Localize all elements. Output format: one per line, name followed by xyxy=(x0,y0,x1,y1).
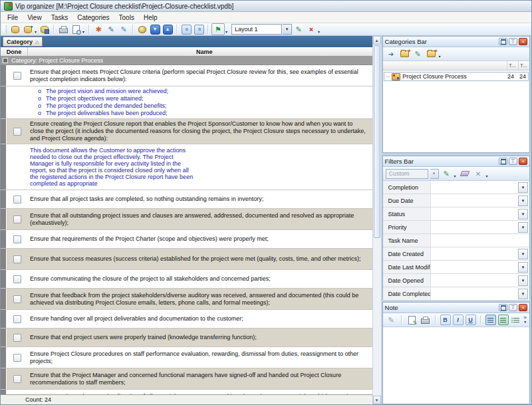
new-note-page-button[interactable] xyxy=(406,315,418,325)
filter-value-field[interactable] xyxy=(431,287,518,300)
italic-button[interactable]: I xyxy=(453,315,464,325)
duplicate-task-button[interactable]: ✎ xyxy=(118,24,130,35)
close-panel-button[interactable]: × xyxy=(519,38,527,45)
print-overflow-caret[interactable]: ▾ xyxy=(82,29,84,34)
filter-value-field[interactable] xyxy=(431,181,518,194)
open-database-button[interactable] xyxy=(22,24,34,35)
go-button[interactable]: ⚑ xyxy=(211,23,225,35)
save-filter-button[interactable]: ✎ xyxy=(441,168,452,179)
close-panel-button[interactable]: × xyxy=(519,304,527,311)
move-down-button[interactable]: ▾ xyxy=(149,24,161,35)
print-button[interactable] xyxy=(57,24,69,35)
filter-dropdown-button[interactable]: ▼ xyxy=(518,196,528,206)
done-checkbox[interactable] xyxy=(13,334,21,342)
done-checkbox[interactable] xyxy=(13,315,21,323)
filter-dropdown-button[interactable]: ▼ xyxy=(518,262,528,273)
done-checkbox[interactable] xyxy=(13,215,21,223)
done-checkbox[interactable] xyxy=(13,295,21,303)
done-checkbox[interactable] xyxy=(13,275,21,283)
filter-dropdown-button[interactable]: ▼ xyxy=(518,222,528,233)
menu-tools[interactable]: Tools xyxy=(114,13,139,22)
task-row[interactable]: Ensure that success measures (success cr… xyxy=(1,249,372,270)
underline-button[interactable]: U xyxy=(466,315,476,325)
task-row[interactable]: Ensure reporting, release and redirectin… xyxy=(1,390,372,394)
task-row[interactable]: Ensure creating the Project Closure repo… xyxy=(1,119,372,144)
toolbar-grip[interactable] xyxy=(3,25,7,33)
delete-filter-button[interactable]: ✕ xyxy=(473,168,484,179)
task-row[interactable]: Ensure Project Closure procedures on sta… xyxy=(1,347,372,368)
menu-file[interactable]: File xyxy=(3,13,23,22)
filter-dropdown-button[interactable]: ▼ xyxy=(518,182,528,193)
edit-note-button[interactable]: ✎ xyxy=(386,315,397,325)
open-database-dropdown-caret[interactable]: ▾ xyxy=(35,29,37,34)
menu-categories[interactable]: Categories xyxy=(72,13,114,22)
scrollbar-thumb[interactable] xyxy=(374,45,380,238)
float-panel-button[interactable] xyxy=(499,158,507,165)
task-row[interactable]: Ensure that feedback from the project st… xyxy=(1,289,372,310)
filter-value-field[interactable] xyxy=(431,274,518,287)
layout-combobox-caret[interactable]: ▼ xyxy=(283,24,292,35)
delete-layout-button[interactable]: × xyxy=(305,24,317,35)
task-row[interactable]: Ensure that end project users were prope… xyxy=(1,329,372,347)
layout-combobox[interactable]: Layout 1 xyxy=(231,24,282,35)
float-panel-button[interactable] xyxy=(499,38,507,45)
scroll-down-arrow[interactable]: ▼ xyxy=(373,396,381,404)
autohide-pin-button[interactable]: ⊤ xyxy=(509,38,517,45)
customize-layout-button[interactable]: ✎ xyxy=(293,24,305,35)
done-checkbox[interactable] xyxy=(13,375,21,383)
float-panel-button[interactable] xyxy=(499,304,507,311)
bold-button[interactable]: B xyxy=(440,315,451,325)
autohide-pin-button[interactable]: ⊤ xyxy=(509,304,517,311)
edit-category-button[interactable]: ✎ xyxy=(412,49,424,59)
autohide-pin-button[interactable]: ⊤ xyxy=(509,158,517,165)
task-row[interactable]: Ensure that all project tasks are comple… xyxy=(1,190,372,209)
categories-overflow-caret[interactable]: ▾ xyxy=(439,54,441,59)
category-list-item[interactable]: ─ Project Closure Process 24 24 xyxy=(384,72,529,81)
menu-help[interactable]: Help xyxy=(139,13,162,22)
filter-value-field[interactable] xyxy=(431,221,518,233)
clear-filter-button[interactable] xyxy=(460,168,471,179)
bullet-list-row[interactable]: oThe project vision and mission were ach… xyxy=(1,86,372,119)
menu-tasks[interactable]: Tasks xyxy=(47,13,73,22)
done-checkbox[interactable] xyxy=(13,235,21,243)
collapse-all-button[interactable]: » xyxy=(193,24,205,35)
column-header-name[interactable]: Name xyxy=(28,47,381,56)
filter-dropdown-button[interactable]: ▼ xyxy=(518,275,528,286)
save-database-button[interactable] xyxy=(39,24,51,35)
done-checkbox[interactable] xyxy=(13,196,21,203)
bullet-list-button[interactable] xyxy=(511,315,522,325)
note-toolbar-overflow[interactable]: » ▾ xyxy=(524,315,527,325)
move-up-button[interactable]: ▴ xyxy=(162,24,174,35)
print-preview-button[interactable] xyxy=(70,24,82,35)
scroll-up-arrow[interactable]: ▲ xyxy=(373,36,381,45)
category-group-row[interactable]: Category: Project Closure Process xyxy=(1,56,372,65)
task-row[interactable]: Ensure that requirements of the Project … xyxy=(1,230,372,249)
print-note-button[interactable] xyxy=(420,315,431,325)
filters-overflow-caret[interactable]: ▾ xyxy=(486,174,488,178)
filter-value-field[interactable] xyxy=(431,207,518,220)
note-content[interactable] xyxy=(383,327,529,404)
filter-value-field[interactable] xyxy=(431,261,518,273)
save-filter-caret[interactable]: ▾ xyxy=(454,174,456,178)
category-group-button[interactable]: Category △ xyxy=(3,37,43,47)
menu-view[interactable]: View xyxy=(23,13,47,22)
done-checkbox[interactable] xyxy=(13,354,21,362)
new-category-button[interactable]: ➔ xyxy=(386,49,397,59)
task-row[interactable]: Ensure that all outstanding project issu… xyxy=(1,209,372,230)
note-row[interactable]: This document allows the Customer to app… xyxy=(1,144,372,190)
done-checkbox[interactable] xyxy=(13,72,21,80)
done-checkbox[interactable] xyxy=(13,255,21,263)
task-row[interactable]: Ensure handing over all project delivera… xyxy=(1,310,372,329)
filter-dropdown-button[interactable]: ▼ xyxy=(518,249,528,259)
add-subcategory-button[interactable]: + xyxy=(399,49,410,59)
filter-dropdown-button[interactable]: ▼ xyxy=(518,289,528,299)
filter-value-field[interactable] xyxy=(431,234,529,247)
collapse-group-icon[interactable] xyxy=(3,58,8,63)
close-panel-button[interactable]: × xyxy=(519,158,527,165)
filter-value-field[interactable] xyxy=(431,247,518,260)
delete-category-button[interactable]: × xyxy=(426,49,437,59)
layout-overflow-caret[interactable]: ▾ xyxy=(318,29,320,34)
new-task-button[interactable]: ✱ xyxy=(92,24,104,35)
edit-task-button[interactable]: ✎ xyxy=(105,24,117,35)
align-left-button[interactable] xyxy=(485,315,496,325)
